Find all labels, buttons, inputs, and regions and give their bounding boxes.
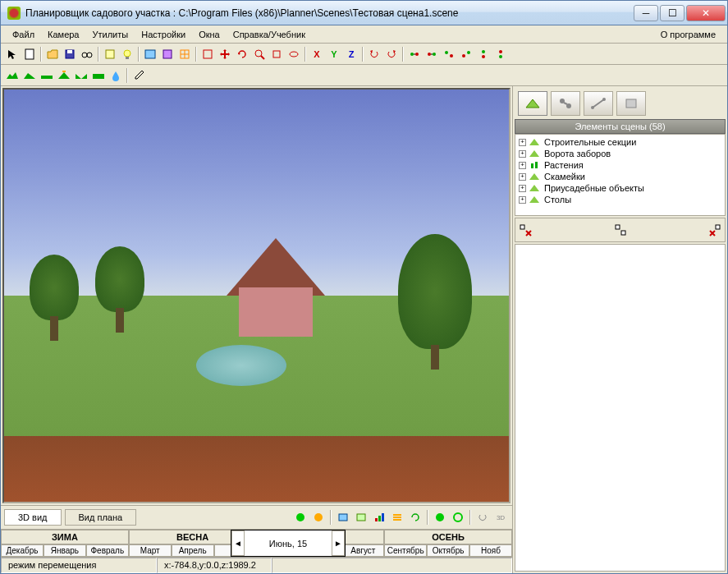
orange-dot-icon[interactable] (310, 509, 327, 526)
month-oct[interactable]: Октябрь (427, 544, 469, 557)
tree-item[interactable]: +Строительные секции (517, 136, 723, 148)
panel-tab-tools[interactable] (551, 91, 580, 116)
pan-icon[interactable] (268, 46, 285, 62)
titlebar[interactable]: Планировщик садового участка : C:\Progra… (1, 1, 727, 25)
month-aug[interactable]: Август (341, 544, 384, 557)
terrain2-icon[interactable] (21, 67, 38, 84)
terrain3-icon[interactable] (39, 67, 55, 84)
maximize-button[interactable]: ☐ (660, 5, 685, 21)
link2-icon[interactable] (424, 46, 440, 62)
lightbulb-icon[interactable] (119, 46, 135, 62)
binoculars-icon[interactable] (79, 46, 95, 62)
orbit-icon[interactable] (286, 46, 302, 62)
terrain6-icon[interactable] (90, 67, 107, 84)
svg-point-45 (436, 513, 444, 521)
svg-rect-34 (93, 74, 104, 79)
expand-icon[interactable]: + (519, 162, 526, 169)
month-jan[interactable]: Январь (43, 544, 86, 557)
refresh-icon[interactable] (407, 509, 424, 526)
minimize-button[interactable]: ─ (634, 5, 658, 21)
3d-viewport[interactable] (2, 88, 511, 503)
green-circle-icon[interactable] (432, 509, 448, 526)
menu-utils[interactable]: Утилиты (86, 28, 135, 41)
date-prev-button[interactable]: ◄ (231, 530, 245, 556)
redo-icon[interactable] (383, 46, 400, 62)
tree-item[interactable]: +Приусадебные объекты (517, 182, 723, 194)
eyedropper-icon[interactable] (130, 67, 147, 84)
expand-icon[interactable]: + (519, 185, 526, 192)
tree-item[interactable]: +Растения (517, 159, 723, 171)
rotate-icon[interactable] (234, 46, 250, 62)
mode3d-icon[interactable]: 3D (492, 509, 509, 526)
link3-icon[interactable] (441, 46, 457, 62)
expand-icon[interactable]: + (519, 150, 526, 158)
menu-camera[interactable]: Камера (41, 28, 85, 41)
image-icon[interactable] (142, 46, 158, 62)
menu-settings[interactable]: Настройки (135, 28, 192, 41)
tab-3d-view[interactable]: 3D вид (4, 509, 62, 526)
save-file-icon[interactable] (62, 46, 78, 62)
svg-rect-53 (626, 99, 636, 108)
link6-icon[interactable] (492, 46, 509, 62)
film-icon[interactable] (159, 46, 176, 62)
month-feb[interactable]: Февраль (86, 544, 129, 557)
svg-point-31 (499, 55, 502, 58)
menu-about[interactable]: О программе (654, 28, 722, 41)
axis-x-button[interactable]: X (309, 46, 325, 62)
grid-icon[interactable] (176, 46, 193, 62)
month-sep[interactable]: Сентябрь (384, 544, 427, 557)
open-file-icon[interactable] (44, 46, 61, 62)
move-icon[interactable] (217, 46, 233, 62)
tree-item[interactable]: +Ворота заборов (517, 148, 723, 159)
chart-icon[interactable] (371, 509, 387, 526)
scene-tree[interactable]: +Строительные секции +Ворота заборов +Ра… (515, 134, 726, 216)
panel-tab-measure[interactable] (584, 91, 613, 116)
copy-icon[interactable] (612, 222, 629, 238)
tree-item[interactable]: +Скамейки (517, 171, 723, 182)
properties-panel (515, 244, 726, 572)
fit-view-icon[interactable] (199, 46, 216, 62)
green-dot-icon[interactable] (292, 509, 309, 526)
axis-y-button[interactable]: Y (326, 46, 342, 62)
delete-right-icon[interactable] (707, 222, 723, 238)
menu-file[interactable]: Файл (6, 28, 41, 41)
menu-windows[interactable]: Окна (192, 28, 227, 41)
panel-tab-objects[interactable] (616, 91, 646, 116)
folder-icon (529, 149, 541, 158)
month-dec[interactable]: Декабрь (1, 544, 43, 557)
link1-icon[interactable] (406, 46, 423, 62)
new-file-icon[interactable] (21, 46, 38, 62)
undo-icon[interactable] (366, 46, 382, 62)
zoom-icon[interactable] (251, 46, 268, 62)
axis-z-button[interactable]: Z (343, 46, 359, 62)
app-window: Планировщик садового участка : C:\Progra… (0, 0, 728, 574)
month-mar[interactable]: Март (129, 544, 172, 557)
layers2-icon[interactable] (353, 509, 369, 526)
green-circle2-icon[interactable] (450, 509, 466, 526)
date-next-button[interactable]: ► (332, 530, 345, 556)
month-apr[interactable]: Апрель (172, 544, 214, 557)
terrain4-icon[interactable] (56, 67, 72, 84)
terrain1-icon[interactable] (4, 67, 21, 84)
tree-item-label: Скамейки (544, 172, 585, 181)
select-tool-icon[interactable] (4, 46, 21, 62)
delete-left-icon[interactable] (517, 222, 533, 238)
link4-icon[interactable] (458, 46, 474, 62)
menu-help[interactable]: Справка/Учебник (227, 28, 312, 41)
undo2-icon[interactable] (474, 509, 491, 526)
expand-icon[interactable]: + (519, 139, 526, 146)
layers-icon[interactable] (335, 509, 351, 526)
panel-tab-scene[interactable] (518, 91, 547, 116)
close-button[interactable]: ✕ (686, 5, 726, 21)
link5-icon[interactable] (475, 46, 492, 62)
tab-plan-view[interactable]: Вид плана (65, 509, 137, 526)
list-icon[interactable] (389, 509, 405, 526)
svg-line-50 (593, 99, 604, 108)
script-icon[interactable] (102, 46, 118, 62)
month-nov[interactable]: Нояб (469, 544, 512, 557)
water-drop-icon[interactable] (108, 67, 124, 84)
terrain5-icon[interactable] (73, 67, 89, 84)
expand-icon[interactable]: + (519, 196, 526, 204)
tree-item[interactable]: +Столы (517, 194, 723, 205)
expand-icon[interactable]: + (519, 173, 526, 181)
